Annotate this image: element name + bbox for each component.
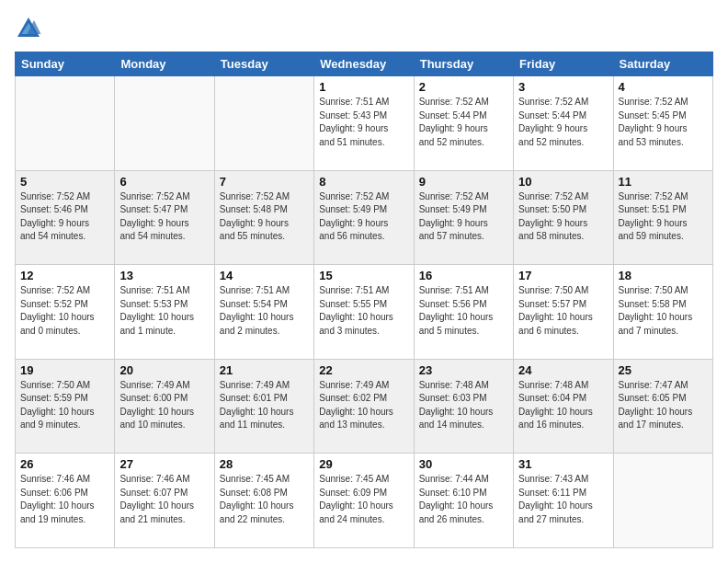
calendar-cell: 13Sunrise: 7:51 AM Sunset: 5:53 PM Dayli… [115, 265, 214, 360]
calendar-cell: 2Sunrise: 7:52 AM Sunset: 5:44 PM Daylig… [414, 76, 513, 171]
day-number: 29 [319, 457, 408, 471]
day-detail: Sunrise: 7:52 AM Sunset: 5:45 PM Dayligh… [619, 96, 708, 149]
day-detail: Sunrise: 7:51 AM Sunset: 5:43 PM Dayligh… [319, 96, 408, 149]
calendar-cell: 4Sunrise: 7:52 AM Sunset: 5:45 PM Daylig… [613, 76, 712, 171]
day-number: 30 [419, 457, 508, 471]
day-number: 4 [619, 80, 708, 94]
calendar-cell: 17Sunrise: 7:50 AM Sunset: 5:57 PM Dayli… [514, 265, 613, 360]
day-number: 12 [20, 269, 109, 282]
day-detail: Sunrise: 7:51 AM Sunset: 5:56 PM Dayligh… [419, 284, 508, 338]
week-row-2: 5Sunrise: 7:52 AM Sunset: 5:46 PM Daylig… [16, 170, 713, 265]
day-detail: Sunrise: 7:52 AM Sunset: 5:44 PM Dayligh… [518, 96, 608, 149]
day-number: 27 [119, 457, 209, 471]
day-number: 3 [518, 80, 608, 94]
day-number: 6 [119, 175, 209, 189]
col-header-sunday: Sunday [16, 52, 115, 76]
day-number: 17 [518, 269, 608, 282]
page: SundayMondayTuesdayWednesdayThursdayFrid… [0, 0, 728, 563]
week-row-3: 12Sunrise: 7:52 AM Sunset: 5:52 PM Dayli… [16, 265, 713, 360]
col-header-friday: Friday [514, 52, 613, 76]
day-number: 8 [319, 175, 408, 189]
calendar-cell: 18Sunrise: 7:50 AM Sunset: 5:58 PM Dayli… [613, 265, 712, 360]
calendar-cell: 24Sunrise: 7:48 AM Sunset: 6:04 PM Dayli… [514, 359, 613, 454]
day-detail: Sunrise: 7:52 AM Sunset: 5:48 PM Dayligh… [220, 190, 309, 244]
col-header-tuesday: Tuesday [214, 52, 313, 76]
day-detail: Sunrise: 7:44 AM Sunset: 6:10 PM Dayligh… [419, 473, 508, 526]
day-number: 7 [220, 175, 309, 189]
day-detail: Sunrise: 7:51 AM Sunset: 5:53 PM Dayligh… [119, 284, 209, 338]
day-number: 21 [220, 363, 309, 377]
calendar-cell: 14Sunrise: 7:51 AM Sunset: 5:54 PM Dayli… [214, 265, 313, 360]
calendar-cell: 27Sunrise: 7:46 AM Sunset: 6:07 PM Dayli… [115, 454, 214, 548]
calendar-cell: 6Sunrise: 7:52 AM Sunset: 5:47 PM Daylig… [115, 170, 214, 265]
day-detail: Sunrise: 7:46 AM Sunset: 6:06 PM Dayligh… [20, 473, 109, 526]
day-detail: Sunrise: 7:50 AM Sunset: 5:57 PM Dayligh… [518, 284, 608, 338]
calendar-cell: 16Sunrise: 7:51 AM Sunset: 5:56 PM Dayli… [414, 265, 513, 360]
day-detail: Sunrise: 7:52 AM Sunset: 5:49 PM Dayligh… [419, 190, 508, 244]
day-detail: Sunrise: 7:45 AM Sunset: 6:09 PM Dayligh… [319, 473, 408, 526]
day-number: 24 [518, 363, 608, 377]
calendar-cell: 15Sunrise: 7:51 AM Sunset: 5:55 PM Dayli… [314, 265, 414, 360]
day-number: 25 [619, 363, 708, 377]
day-detail: Sunrise: 7:52 AM Sunset: 5:51 PM Dayligh… [619, 190, 708, 244]
calendar-cell: 10Sunrise: 7:52 AM Sunset: 5:50 PM Dayli… [514, 170, 613, 265]
day-detail: Sunrise: 7:51 AM Sunset: 5:55 PM Dayligh… [319, 284, 408, 338]
day-detail: Sunrise: 7:43 AM Sunset: 6:11 PM Dayligh… [518, 473, 608, 526]
day-detail: Sunrise: 7:52 AM Sunset: 5:49 PM Dayligh… [319, 190, 408, 244]
calendar-cell: 30Sunrise: 7:44 AM Sunset: 6:10 PM Dayli… [414, 454, 513, 548]
day-number: 16 [419, 269, 508, 282]
day-detail: Sunrise: 7:50 AM Sunset: 5:58 PM Dayligh… [619, 284, 708, 338]
day-number: 31 [518, 457, 608, 471]
day-number: 9 [419, 175, 508, 189]
day-detail: Sunrise: 7:49 AM Sunset: 6:02 PM Dayligh… [319, 379, 408, 432]
day-number: 1 [319, 80, 408, 94]
calendar-cell: 12Sunrise: 7:52 AM Sunset: 5:52 PM Dayli… [16, 265, 115, 360]
calendar-cell [613, 454, 712, 548]
calendar-cell: 21Sunrise: 7:49 AM Sunset: 6:01 PM Dayli… [214, 359, 313, 454]
day-detail: Sunrise: 7:46 AM Sunset: 6:07 PM Dayligh… [119, 473, 209, 526]
day-number: 19 [20, 363, 109, 377]
calendar-cell [115, 76, 214, 171]
calendar-cell: 19Sunrise: 7:50 AM Sunset: 5:59 PM Dayli… [16, 359, 115, 454]
day-number: 5 [20, 175, 109, 189]
calendar-cell: 22Sunrise: 7:49 AM Sunset: 6:02 PM Dayli… [314, 359, 414, 454]
col-header-monday: Monday [115, 52, 214, 76]
calendar-cell: 3Sunrise: 7:52 AM Sunset: 5:44 PM Daylig… [514, 76, 613, 171]
day-detail: Sunrise: 7:45 AM Sunset: 6:08 PM Dayligh… [220, 473, 309, 526]
day-number: 10 [518, 175, 608, 189]
day-number: 11 [619, 175, 708, 189]
calendar-cell [16, 76, 115, 171]
calendar-cell: 8Sunrise: 7:52 AM Sunset: 5:49 PM Daylig… [314, 170, 414, 265]
day-number: 26 [20, 457, 109, 471]
calendar-cell: 5Sunrise: 7:52 AM Sunset: 5:46 PM Daylig… [16, 170, 115, 265]
calendar-cell: 20Sunrise: 7:49 AM Sunset: 6:00 PM Dayli… [115, 359, 214, 454]
header [15, 15, 713, 42]
calendar-cell: 26Sunrise: 7:46 AM Sunset: 6:06 PM Dayli… [16, 454, 115, 548]
day-detail: Sunrise: 7:49 AM Sunset: 6:00 PM Dayligh… [119, 379, 209, 432]
day-number: 22 [319, 363, 408, 377]
calendar-cell: 25Sunrise: 7:47 AM Sunset: 6:05 PM Dayli… [613, 359, 712, 454]
day-number: 18 [619, 269, 708, 282]
week-row-4: 19Sunrise: 7:50 AM Sunset: 5:59 PM Dayli… [16, 359, 713, 454]
day-number: 13 [119, 269, 209, 282]
col-header-saturday: Saturday [613, 52, 712, 76]
day-detail: Sunrise: 7:51 AM Sunset: 5:54 PM Dayligh… [220, 284, 309, 338]
day-detail: Sunrise: 7:49 AM Sunset: 6:01 PM Dayligh… [220, 379, 309, 432]
day-number: 2 [419, 80, 508, 94]
calendar-cell: 28Sunrise: 7:45 AM Sunset: 6:08 PM Dayli… [214, 454, 313, 548]
day-detail: Sunrise: 7:52 AM Sunset: 5:52 PM Dayligh… [20, 284, 109, 338]
calendar-cell: 29Sunrise: 7:45 AM Sunset: 6:09 PM Dayli… [314, 454, 414, 548]
day-detail: Sunrise: 7:52 AM Sunset: 5:47 PM Dayligh… [119, 190, 209, 244]
day-detail: Sunrise: 7:48 AM Sunset: 6:04 PM Dayligh… [518, 379, 608, 432]
day-number: 23 [419, 363, 508, 377]
col-header-thursday: Thursday [414, 52, 513, 76]
day-number: 15 [319, 269, 408, 282]
day-number: 14 [220, 269, 309, 282]
day-detail: Sunrise: 7:52 AM Sunset: 5:46 PM Dayligh… [20, 190, 109, 244]
day-detail: Sunrise: 7:52 AM Sunset: 5:50 PM Dayligh… [518, 190, 608, 244]
day-headers-row: SundayMondayTuesdayWednesdayThursdayFrid… [16, 52, 713, 76]
calendar-table: SundayMondayTuesdayWednesdayThursdayFrid… [15, 52, 713, 548]
day-detail: Sunrise: 7:48 AM Sunset: 6:03 PM Dayligh… [419, 379, 508, 432]
day-detail: Sunrise: 7:52 AM Sunset: 5:44 PM Dayligh… [419, 96, 508, 149]
logo-icon [15, 15, 42, 42]
